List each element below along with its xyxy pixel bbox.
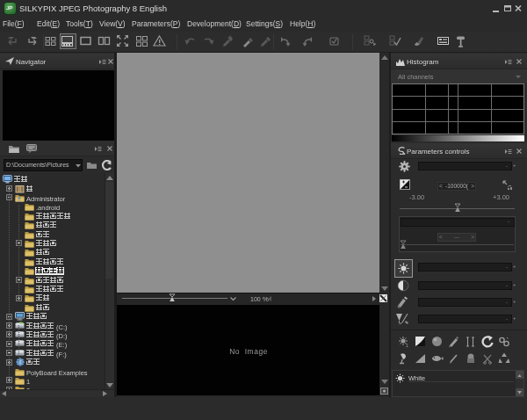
svg-text:1: 1 bbox=[406, 343, 408, 348]
